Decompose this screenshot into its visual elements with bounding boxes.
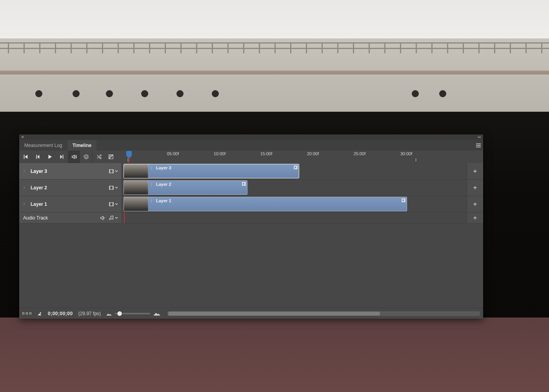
timeline-panel: ✕ << Measurement Log Timeline: [19, 134, 483, 319]
timeline-toolbar: 05:00f10:00f15:00f20:00f25:00f30:00f: [19, 151, 483, 163]
zoom-in-button[interactable]: [153, 312, 159, 316]
collapse-panel-button[interactable]: <<: [475, 135, 483, 139]
clip-label: Layer 1: [156, 198, 171, 203]
layer-name-label: Layer 1: [31, 201, 109, 207]
zoom-out-button[interactable]: [106, 312, 112, 316]
disclosure-icon[interactable]: 〉: [23, 201, 27, 207]
tab-timeline[interactable]: Timeline: [67, 140, 96, 151]
audio-lane[interactable]: [121, 212, 467, 223]
clip-label: Layer 2: [156, 182, 171, 187]
tracks-area: 〉Layer 3〉Layer 3+〉Layer 2〉Layer 2+〉Layer…: [19, 163, 483, 308]
clip-thumbnail: [124, 181, 148, 194]
frame-rate-display: (29.97 fps): [78, 311, 101, 316]
layer-row: 〉Layer 1〉Layer 1+: [19, 196, 483, 212]
zoom-control: [106, 312, 159, 316]
ruler-tick: 15:00f: [260, 151, 273, 156]
playback-options-button[interactable]: [80, 151, 92, 163]
clip-menu-handle[interactable]: [242, 182, 246, 186]
scrollbar-thumb[interactable]: [168, 312, 380, 316]
time-ruler[interactable]: 05:00f10:00f15:00f20:00f25:00f30:00f: [126, 151, 483, 163]
render-options-button[interactable]: [22, 312, 31, 314]
audio-row: Audio Track+: [19, 212, 483, 223]
zoom-slider[interactable]: [115, 313, 150, 314]
disclosure-icon[interactable]: 〉: [23, 169, 27, 174]
work-area-end-handle[interactable]: [414, 158, 417, 162]
playhead-line: [124, 212, 125, 223]
video-clip[interactable]: 〉Layer 1: [124, 197, 407, 211]
layer-options-button[interactable]: [109, 201, 118, 207]
layer-header[interactable]: 〉Layer 3: [19, 163, 121, 179]
play-button[interactable]: [44, 151, 56, 163]
layer-options-button[interactable]: [109, 185, 118, 191]
layer-options-button[interactable]: [109, 169, 118, 174]
disclosure-icon[interactable]: 〉: [151, 199, 154, 204]
clip-menu-handle[interactable]: [402, 198, 405, 202]
layer-name-label: Layer 2: [31, 185, 109, 191]
audio-mute-button[interactable]: [100, 215, 105, 221]
audio-track-label: Audio Track: [23, 215, 100, 221]
ruler-tick: 20:00f: [307, 151, 319, 156]
add-clip-button[interactable]: +: [473, 200, 477, 208]
layer-name-label: Layer 3: [31, 169, 109, 174]
panel-menu-button[interactable]: [474, 140, 483, 151]
panel-tabbar: Measurement Log Timeline: [19, 140, 483, 151]
layer-row: 〉Layer 3〉Layer 3+: [19, 163, 483, 180]
disclosure-icon[interactable]: 〉: [23, 185, 27, 191]
horizontal-scrollbar[interactable]: [167, 311, 480, 316]
close-panel-button[interactable]: ✕: [19, 135, 26, 139]
add-audio-button[interactable]: +: [473, 214, 477, 222]
split-at-playhead-button[interactable]: [93, 151, 105, 163]
layer-row: 〉Layer 2〉Layer 2+: [19, 180, 483, 196]
disclosure-icon[interactable]: 〉: [151, 166, 154, 171]
clip-thumbnail: [124, 164, 148, 178]
ruler-tick: 10:00f: [214, 151, 226, 156]
timeline-footer: 0;00;00;00 (29.97 fps): [19, 308, 483, 319]
layer-header[interactable]: 〉Layer 2: [19, 180, 121, 196]
disclosure-icon[interactable]: 〉: [151, 182, 154, 187]
video-clip[interactable]: 〉Layer 2: [124, 180, 247, 195]
add-clip-button[interactable]: +: [473, 167, 477, 175]
clip-label: Layer 3: [156, 165, 171, 170]
ruler-tick: 05:00f: [167, 151, 179, 156]
layer-lane[interactable]: 〉Layer 3: [121, 163, 467, 179]
step-forward-button[interactable]: [56, 151, 68, 163]
mute-toggle-button[interactable]: [68, 151, 80, 163]
go-to-start-button[interactable]: [19, 151, 31, 163]
transitions-button[interactable]: [105, 151, 117, 163]
panel-titlebar: ✕ <<: [19, 134, 483, 140]
ruler-tick: 25:00f: [354, 151, 366, 156]
clip-menu-handle[interactable]: [294, 165, 298, 169]
audio-options-button[interactable]: [109, 215, 118, 221]
current-time-display[interactable]: 0;00;00;00: [48, 311, 73, 316]
ruler-tick: 30:00f: [400, 151, 413, 156]
tab-measurement-log[interactable]: Measurement Log: [19, 140, 67, 151]
playhead[interactable]: [126, 151, 132, 156]
layer-lane[interactable]: 〉Layer 2: [121, 180, 467, 196]
video-clip[interactable]: 〉Layer 3: [124, 164, 299, 178]
clip-thumbnail: [124, 197, 148, 211]
layer-header[interactable]: 〉Layer 1: [19, 196, 121, 212]
export-button[interactable]: [37, 311, 42, 316]
audio-header[interactable]: Audio Track: [19, 212, 121, 223]
step-back-button[interactable]: [31, 151, 44, 163]
add-clip-button[interactable]: +: [473, 184, 477, 192]
layer-lane[interactable]: 〉Layer 1: [121, 196, 467, 212]
